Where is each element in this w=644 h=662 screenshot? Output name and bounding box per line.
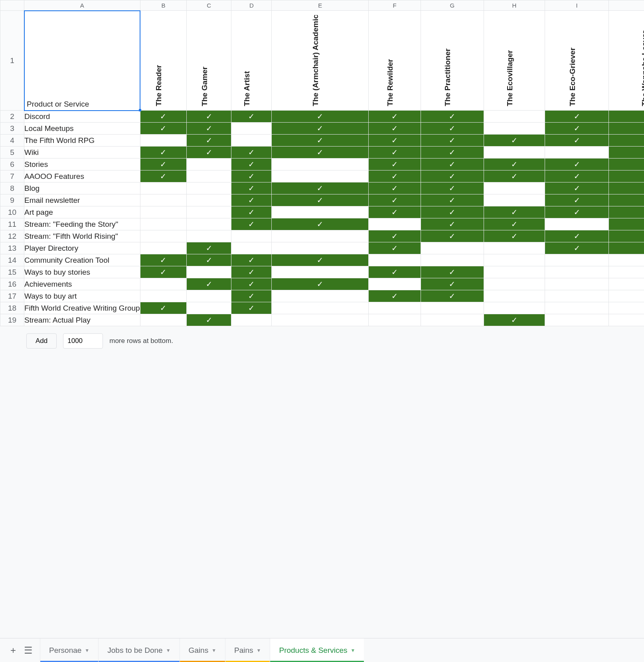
cell-A1-selected[interactable]: Product or Service [24, 11, 140, 111]
checkmark-cell[interactable]: ✓ [609, 135, 644, 147]
empty-cell[interactable] [421, 254, 484, 266]
product-label-cell[interactable]: Player Directory [24, 242, 140, 254]
product-label-cell[interactable]: Wiki [24, 147, 140, 159]
checkmark-cell[interactable]: ✓ [484, 218, 545, 230]
checkmark-cell[interactable]: ✓ [421, 206, 484, 218]
checkmark-cell[interactable]: ✓ [140, 170, 186, 182]
checkmark-cell[interactable]: ✓ [368, 230, 421, 242]
checkmark-cell[interactable]: ✓ [421, 147, 484, 159]
checkmark-cell[interactable]: ✓ [231, 266, 272, 278]
row-header-1[interactable]: 1 [0, 11, 24, 111]
checkmark-cell[interactable]: ✓ [231, 254, 272, 266]
empty-cell[interactable] [140, 290, 186, 302]
empty-cell[interactable] [272, 242, 368, 254]
checkmark-cell[interactable]: ✓ [545, 135, 609, 147]
empty-cell[interactable] [609, 278, 644, 290]
checkmark-cell[interactable]: ✓ [545, 194, 609, 206]
checkmark-cell[interactable]: ✓ [421, 290, 484, 302]
empty-cell[interactable] [484, 278, 545, 290]
add-rows-count-input[interactable] [63, 333, 103, 349]
row-header-17[interactable]: 17 [0, 290, 24, 302]
product-label-cell[interactable]: Ways to buy art [24, 290, 140, 302]
checkmark-cell[interactable]: ✓ [421, 159, 484, 170]
checkmark-cell[interactable]: ✓ [368, 182, 421, 194]
empty-cell[interactable] [484, 182, 545, 194]
row-header-5[interactable]: 5 [0, 147, 24, 159]
checkmark-cell[interactable]: ✓ [609, 170, 644, 182]
persona-header[interactable]: The Eco-Griever [545, 11, 609, 111]
empty-cell[interactable] [609, 266, 644, 278]
checkmark-cell[interactable]: ✓ [484, 206, 545, 218]
empty-cell[interactable] [187, 206, 231, 218]
empty-cell[interactable] [545, 314, 609, 326]
checkmark-cell[interactable]: ✓ [272, 254, 368, 266]
column-header-J[interactable]: J [609, 0, 644, 11]
empty-cell[interactable] [368, 254, 421, 266]
row-header-13[interactable]: 13 [0, 242, 24, 254]
empty-cell[interactable] [545, 147, 609, 159]
product-label-cell[interactable]: Stories [24, 159, 140, 170]
checkmark-cell[interactable]: ✓ [484, 135, 545, 147]
empty-cell[interactable] [272, 302, 368, 314]
checkmark-cell[interactable]: ✓ [187, 314, 231, 326]
empty-cell[interactable] [187, 182, 231, 194]
row-header-16[interactable]: 16 [0, 278, 24, 290]
checkmark-cell[interactable]: ✓ [368, 135, 421, 147]
checkmark-cell[interactable]: ✓ [545, 123, 609, 135]
row-header-4[interactable]: 4 [0, 135, 24, 147]
empty-cell[interactable] [368, 314, 421, 326]
checkmark-cell[interactable]: ✓ [484, 314, 545, 326]
empty-cell[interactable] [272, 159, 368, 170]
checkmark-cell[interactable]: ✓ [272, 111, 368, 123]
persona-header[interactable]: The Artist [231, 11, 272, 111]
checkmark-cell[interactable]: ✓ [421, 194, 484, 206]
empty-cell[interactable] [187, 170, 231, 182]
empty-cell[interactable] [140, 218, 186, 230]
checkmark-cell[interactable]: ✓ [421, 182, 484, 194]
checkmark-cell[interactable]: ✓ [231, 111, 272, 123]
empty-cell[interactable] [609, 254, 644, 266]
checkmark-cell[interactable]: ✓ [231, 170, 272, 182]
empty-cell[interactable] [272, 290, 368, 302]
row-header-10[interactable]: 10 [0, 206, 24, 218]
add-rows-button[interactable]: Add [26, 333, 57, 349]
empty-cell[interactable] [272, 230, 368, 242]
empty-cell[interactable] [545, 290, 609, 302]
checkmark-cell[interactable]: ✓ [140, 147, 186, 159]
persona-header[interactable]: The Rewilder [368, 11, 421, 111]
checkmark-cell[interactable]: ✓ [187, 147, 231, 159]
row-header-15[interactable]: 15 [0, 266, 24, 278]
row-header-7[interactable]: 7 [0, 170, 24, 182]
checkmark-cell[interactable]: ✓ [187, 254, 231, 266]
checkmark-cell[interactable]: ✓ [368, 147, 421, 159]
checkmark-cell[interactable]: ✓ [231, 147, 272, 159]
product-label-cell[interactable]: Art page [24, 206, 140, 218]
checkmark-cell[interactable]: ✓ [368, 242, 421, 254]
row-header-18[interactable]: 18 [0, 302, 24, 314]
checkmark-cell[interactable]: ✓ [231, 290, 272, 302]
column-header-E[interactable]: E [272, 0, 368, 11]
empty-cell[interactable] [231, 123, 272, 135]
column-header-A[interactable]: A [24, 0, 140, 11]
product-label-cell[interactable]: The Fifth World RPG [24, 135, 140, 147]
empty-cell[interactable] [140, 242, 186, 254]
empty-cell[interactable] [609, 302, 644, 314]
product-label-cell[interactable]: Stream: "Fifth World Rising" [24, 230, 140, 242]
empty-cell[interactable] [231, 135, 272, 147]
empty-cell[interactable] [140, 135, 186, 147]
column-header-B[interactable]: B [140, 0, 186, 11]
checkmark-cell[interactable]: ✓ [231, 218, 272, 230]
empty-cell[interactable] [368, 278, 421, 290]
checkmark-cell[interactable]: ✓ [368, 123, 421, 135]
checkmark-cell[interactable]: ✓ [545, 159, 609, 170]
empty-cell[interactable] [421, 302, 484, 314]
row-header-3[interactable]: 3 [0, 123, 24, 135]
empty-cell[interactable] [609, 290, 644, 302]
row-header-19[interactable]: 19 [0, 314, 24, 326]
empty-cell[interactable] [272, 206, 368, 218]
empty-cell[interactable] [140, 182, 186, 194]
checkmark-cell[interactable]: ✓ [609, 147, 644, 159]
empty-cell[interactable] [484, 242, 545, 254]
checkmark-cell[interactable]: ✓ [421, 278, 484, 290]
empty-cell[interactable] [609, 314, 644, 326]
